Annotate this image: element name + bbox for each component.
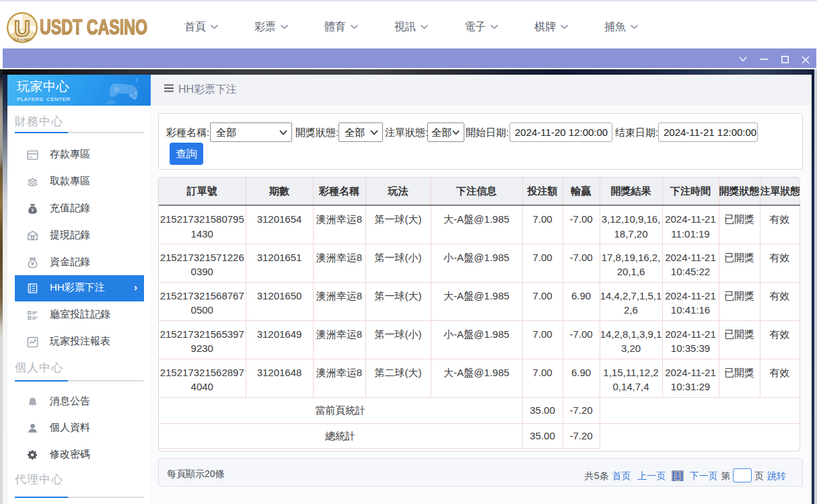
svg-text:CASINO: CASINO [13, 37, 31, 42]
